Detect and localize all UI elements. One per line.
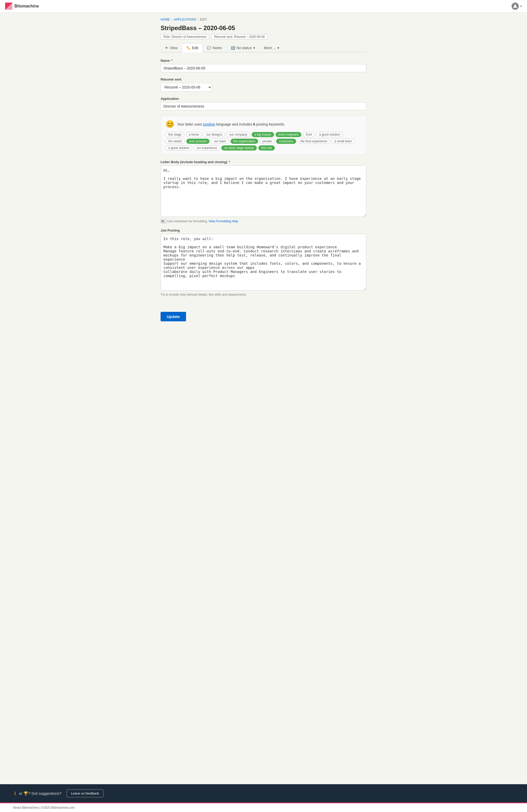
tab-more-label: More ... [264,46,276,50]
application-input[interactable] [160,102,367,111]
tab-no-status[interactable]: ℹ️ No status ▾ [226,43,259,52]
keyword-tag: a great solution [166,145,192,150]
info-icon: ℹ️ [231,46,235,50]
keyword-count: 6 [253,122,255,126]
tab-view[interactable]: 👁 View [160,43,182,52]
chevron-down-icon[interactable]: ▾ [520,5,522,8]
breadcrumb-applications[interactable]: APPLICATIONS [174,18,196,21]
keyword-tag: a big impact [252,132,274,137]
header-right: ▾ [512,3,522,10]
breadcrumb-sep-2: / [198,18,198,21]
keyword-tag: a small team [332,139,355,144]
logo-icon [5,3,12,10]
footer-copyright: About Bitsmachine | ©2020 Bitsmachine.co… [13,806,75,809]
keyword-tag: this role [258,145,275,150]
tab-edit[interactable]: ✏️ Edit [182,43,202,53]
required-star-letter: * [228,160,230,164]
pencil-icon: ✏️ [186,46,190,50]
keyword-tag: our team [211,139,229,144]
page-title: StripedBass – 2020-06-05 [160,25,367,32]
tags-row: Role: Director of Awesomeness Résumé sen… [160,34,367,39]
letter-label: Letter Body (include heading and closing… [160,160,367,164]
keyword-tag: your process [186,139,210,144]
keyword-tag: customers [276,139,296,144]
logo-container[interactable]: Bitsmachine [5,3,39,10]
tab-notes-label: Notes [213,46,222,50]
footer-suggestions-text: 🚶 or 🏆? Got suggestions? [13,791,61,796]
tab-edit-label: Edit [192,46,198,50]
no-status-chevron: ▾ [253,46,255,50]
tab-no-status-label: No status [237,46,252,50]
tabs-container: 👁 View ✏️ Edit 💬 Notes ℹ️ No status ▾ Mo… [160,43,367,53]
eye-icon: 👁 [165,46,168,50]
keyword-tag: a home [186,132,202,137]
keyword-tag: our company [226,132,250,137]
breadcrumb: HOME / APPLICATIONS / EDIT [160,18,367,21]
keyword-tags: this stagea homeour designsour companya … [166,132,361,150]
job-posting-label: Job Posting [160,229,367,232]
keyword-tag: our experience [194,145,220,150]
job-posting-group: Job Posting Try to include only relevant… [160,229,367,296]
keyword-tag: a good solution [316,132,343,137]
name-label: Name * [160,59,367,62]
main-content: HOME / APPLICATIONS / EDIT StripedBass –… [148,13,379,784]
keyword-tag: front [303,132,315,137]
md-icon: M↓ [160,219,167,223]
letter-group: Letter Body (include heading and closing… [160,160,367,223]
keyword-tag: our designs [203,132,225,137]
breadcrumb-current: EDIT [200,18,207,21]
header: Bitsmachine ▾ [0,0,527,13]
footer-dark: 🚶 or 🏆? Got suggestions? Leave us feedba… [0,784,527,802]
letter-textarea[interactable] [160,165,367,217]
tab-view-label: View [170,46,177,50]
breadcrumb-home[interactable]: HOME [160,18,170,21]
avatar[interactable] [512,3,519,10]
application-label: Application [160,97,367,101]
keyword-tag: an early stage startup [221,145,257,150]
resume-select[interactable]: Résumé – 2020-05-06 [160,83,212,91]
name-input[interactable] [160,64,367,72]
tab-more[interactable]: More ... ▾ [259,43,284,52]
positive-link[interactable]: positive [203,122,215,126]
update-button[interactable]: Update [160,312,186,321]
keyword-box: 😊 Your letter uses positive language and… [160,116,367,155]
keyword-header: 😊 Your letter uses positive language and… [166,120,361,128]
keyword-tag: the final experience [298,139,330,144]
keyword-tag: this stage [166,132,184,137]
comment-icon: 💬 [207,46,211,50]
resume-tag: Résumé sent: Résumé – 2020-05-06 [211,34,268,39]
resume-label: Résumé sent [160,77,367,81]
role-tag: Role: Director of Awesomeness [160,34,209,39]
required-star-name: * [170,59,172,62]
application-group: Application [160,97,367,111]
markdown-hint: M↓ Use markdown for formatting. View For… [160,219,367,223]
feedback-button[interactable]: Leave us feedback [67,789,103,797]
name-group: Name * [160,59,367,72]
keyword-text: Your letter uses positive language and i… [177,122,285,126]
more-chevron: ▾ [277,46,279,50]
formatting-help-link[interactable]: View Formatting Help [209,219,238,223]
keyword-tag: the needs [166,139,185,144]
logo-text: Bitsmachine [14,4,39,9]
resume-group: Résumé sent Résumé – 2020-05-06 [160,77,367,91]
keyword-tag: every segment [275,132,302,137]
tab-notes[interactable]: 💬 Notes [202,43,226,52]
keyword-tag: the organization [231,139,258,144]
job-hint: Try to include only relevant details, li… [160,293,367,296]
smiley-icon: 😊 [166,120,174,128]
footer-light: About Bitsmachine | ©2020 Bitsmachine.co… [0,802,527,812]
breadcrumb-sep-1: / [171,18,172,21]
keyword-tag: people [260,139,274,144]
job-posting-textarea[interactable] [160,234,367,290]
